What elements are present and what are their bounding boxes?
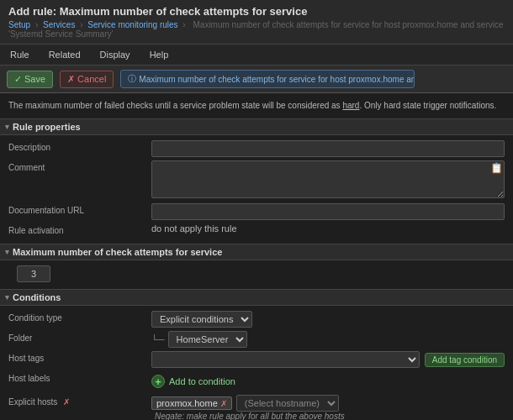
host-tags-label: Host tags xyxy=(8,351,151,363)
add-host-label-text[interactable]: Add to condition xyxy=(169,376,235,386)
content-area: The maximum number of failed checks unti… xyxy=(0,93,513,420)
condition-type-row: Condition type Explicit conditions xyxy=(8,311,505,328)
save-button[interactable]: ✓ Save xyxy=(7,71,53,88)
cancel-button[interactable]: ✗ Cancel xyxy=(60,71,114,88)
menu-bar: Rule Related Display Help xyxy=(0,45,513,66)
description-label: Description xyxy=(8,140,151,152)
menu-help[interactable]: Help xyxy=(146,48,172,61)
toolbar: ✓ Save ✗ Cancel ⓘ Maximum number of chec… xyxy=(0,66,513,93)
max-attempts-input[interactable]: 3 xyxy=(17,265,50,282)
menu-related[interactable]: Related xyxy=(45,48,84,61)
host-tags-row: Host tags Add tag condition xyxy=(8,351,505,368)
doc-url-label: Documentation URL xyxy=(8,203,151,215)
folder-label: Folder xyxy=(8,331,151,343)
explicit-hosts-row: Explicit hosts ✗ proxmox.home ✗ (Select … xyxy=(8,395,505,420)
remove-host-button[interactable]: ✗ xyxy=(220,399,227,408)
max-checks-header: ▾ Maximum number of check attempts for s… xyxy=(0,244,513,260)
paste-icon[interactable]: 📋 xyxy=(490,162,503,174)
conditions-header: ▾ Conditions xyxy=(0,289,513,306)
host-tags-select[interactable] xyxy=(151,351,420,368)
rule-properties-header: ▾ Rule properties xyxy=(0,118,513,135)
condition-type-label: Condition type xyxy=(8,311,151,323)
description-row: Description xyxy=(8,140,505,157)
chevron-icon2: ▾ xyxy=(5,248,9,256)
menu-rule[interactable]: Rule xyxy=(7,48,33,61)
info-icon: ⓘ xyxy=(128,73,136,85)
menu-display[interactable]: Display xyxy=(97,48,134,61)
description-input[interactable] xyxy=(151,140,505,157)
page-title: Add rule: Maximum number of check attemp… xyxy=(8,5,505,18)
host-labels-label: Host labels xyxy=(8,371,151,383)
breadcrumb-monitoring-rules[interactable]: Service monitoring rules xyxy=(87,20,177,29)
add-host-label-button[interactable]: + xyxy=(151,375,165,388)
description-text: The maximum number of failed checks unti… xyxy=(8,100,505,112)
activation-value: do not apply this rule xyxy=(151,221,237,234)
max-attempts-row: 3 xyxy=(8,265,505,282)
chevron-icon3: ▾ xyxy=(5,293,9,302)
explicit-hosts-remove[interactable]: ✗ xyxy=(63,397,70,407)
negate-hosts-text: Negate: make rule apply for all but the … xyxy=(151,412,505,420)
doc-url-row: Documentation URL xyxy=(8,203,505,220)
host-tag-proxmox: proxmox.home ✗ xyxy=(151,396,232,410)
explicit-hosts-label: Explicit hosts ✗ xyxy=(8,395,151,407)
host-labels-row: Host labels + Add to condition xyxy=(8,371,505,391)
comment-label: Comment xyxy=(8,160,151,172)
x-icon: ✗ xyxy=(67,74,75,85)
host-select[interactable]: (Select hostname) xyxy=(236,395,339,412)
activation-label: Rule activation xyxy=(8,223,151,235)
comment-input[interactable] xyxy=(151,160,505,198)
breadcrumb-services[interactable]: Services xyxy=(43,20,75,29)
activation-row: Rule activation do not apply this rule xyxy=(8,223,505,240)
folder-indent-icon: └─ xyxy=(151,334,165,344)
breadcrumb: Setup › Services › Service monitoring ru… xyxy=(8,20,505,39)
folder-row: Folder └─ HomeServer xyxy=(8,331,505,348)
header: Add rule: Maximum number of check attemp… xyxy=(0,0,513,45)
folder-select[interactable]: HomeServer xyxy=(168,331,247,348)
check-icon: ✓ xyxy=(14,74,22,85)
add-tag-condition-button[interactable]: Add tag condition xyxy=(425,353,505,367)
info-button[interactable]: ⓘ Maximum number of check attempts for s… xyxy=(120,70,415,88)
doc-url-input[interactable] xyxy=(151,203,505,220)
chevron-icon: ▾ xyxy=(5,123,9,131)
condition-type-select[interactable]: Explicit conditions xyxy=(151,311,252,328)
breadcrumb-setup[interactable]: Setup xyxy=(8,20,30,29)
comment-row: Comment 📋 xyxy=(8,160,505,200)
